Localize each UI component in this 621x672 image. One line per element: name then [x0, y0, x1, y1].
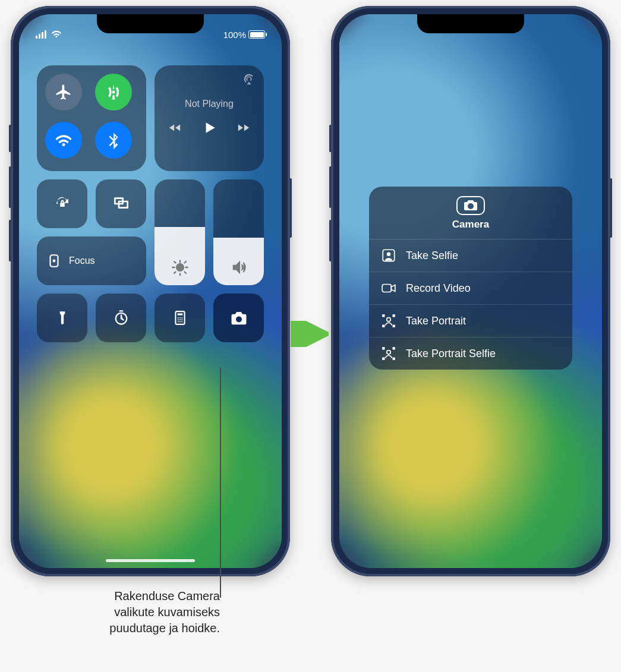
svg-point-8: [177, 319, 178, 320]
notch: [417, 14, 524, 33]
svg-rect-19: [393, 314, 395, 317]
svg-rect-18: [382, 314, 384, 317]
bluetooth-icon: [105, 131, 122, 149]
screen-mirroring-button[interactable]: [96, 179, 146, 228]
airplane-mode-toggle[interactable]: [45, 74, 82, 111]
focus-label: Focus: [69, 255, 95, 266]
camera-action-take-portrait-selfie[interactable]: Take Portrait Selfie: [369, 337, 572, 370]
brightness-slider[interactable]: [155, 179, 205, 285]
media-play-button[interactable]: [201, 120, 217, 138]
camera-action-label: Take Portrait: [406, 315, 466, 327]
orientation-lock-icon: [53, 195, 71, 213]
media-title: Not Playing: [185, 99, 234, 109]
airplane-icon: [55, 83, 72, 101]
portrait-icon: [381, 313, 396, 329]
camera-action-label: Take Selfie: [406, 250, 458, 262]
svg-rect-20: [382, 325, 384, 327]
screen-left: 100%: [19, 14, 282, 568]
timer-icon: [113, 310, 130, 326]
flashlight-icon: [55, 310, 70, 326]
phone-left-control-center: 100%: [11, 6, 290, 576]
svg-point-12: [179, 321, 180, 322]
cellular-icon: [105, 83, 122, 101]
camera-icon: [456, 196, 485, 215]
svg-rect-23: [382, 347, 384, 349]
screen-mirroring-icon: [112, 194, 131, 213]
control-center-grid: Not Playing: [37, 65, 264, 342]
focus-icon: [46, 253, 62, 269]
camera-button[interactable]: [213, 294, 264, 342]
callout-line: Rakenduse Camera: [36, 588, 220, 604]
svg-rect-24: [393, 347, 395, 349]
side-button: [329, 125, 331, 152]
svg-rect-25: [382, 358, 384, 360]
svg-point-6: [179, 317, 180, 318]
svg-point-10: [181, 319, 182, 320]
svg-point-1: [53, 260, 56, 263]
camera-menu-title: Camera: [452, 219, 489, 231]
home-indicator[interactable]: [106, 559, 195, 562]
volume-down-hw: [329, 220, 331, 261]
svg-point-13: [181, 321, 182, 322]
notch: [97, 14, 204, 33]
flashlight-button[interactable]: [37, 294, 87, 342]
camera-action-label: Take Portrait Selfie: [406, 348, 496, 360]
cellular-signal-icon: [36, 30, 46, 39]
camera-quick-actions-menu: Camera Take Selfie Record Video Take Por…: [369, 187, 572, 370]
screen-right: Camera Take Selfie Record Video Take Por…: [339, 14, 602, 568]
airplay-icon[interactable]: [242, 72, 256, 88]
volume-slider[interactable]: [213, 179, 264, 285]
power-button-hw: [610, 178, 612, 238]
callout-leader-line: [220, 367, 221, 598]
svg-rect-26: [393, 358, 395, 360]
video-icon: [381, 280, 396, 296]
battery-icon: [248, 30, 265, 39]
camera-action-take-selfie[interactable]: Take Selfie: [369, 239, 572, 272]
camera-menu-header[interactable]: Camera: [369, 187, 572, 239]
arrow-indicator: [291, 321, 329, 347]
media-next-button[interactable]: [237, 121, 250, 137]
phone-right-camera-menu: Camera Take Selfie Record Video Take Por…: [331, 6, 610, 576]
bluetooth-toggle[interactable]: [95, 122, 132, 159]
svg-rect-21: [393, 325, 395, 327]
timer-button[interactable]: [96, 294, 146, 342]
callout-line: valikute kuvamiseks: [36, 604, 220, 620]
svg-point-9: [179, 319, 180, 320]
svg-point-7: [181, 317, 182, 318]
volume-up-hw: [9, 166, 11, 208]
camera-action-take-portrait[interactable]: Take Portrait: [369, 305, 572, 337]
wifi-toggle[interactable]: [45, 122, 82, 159]
volume-up-hw: [329, 166, 331, 208]
side-button: [9, 125, 11, 152]
svg-point-16: [387, 253, 391, 257]
svg-point-22: [387, 318, 391, 322]
connectivity-module[interactable]: [37, 65, 146, 171]
battery-percent: 100%: [223, 30, 246, 40]
svg-point-11: [177, 321, 178, 322]
camera-icon: [230, 309, 248, 327]
svg-point-5: [177, 317, 178, 318]
portrait-selfie-icon: [381, 346, 396, 361]
wifi-status-icon: [51, 29, 62, 41]
volume-icon: [231, 259, 247, 276]
calculator-button[interactable]: [155, 294, 205, 342]
wifi-icon: [55, 131, 72, 149]
focus-button[interactable]: Focus: [37, 236, 146, 285]
calculator-icon: [172, 310, 188, 326]
camera-action-label: Record Video: [406, 282, 471, 295]
brightness-icon: [172, 259, 188, 276]
callout-text: Rakenduse Camera valikute kuvamiseks puu…: [36, 588, 220, 636]
svg-rect-17: [382, 285, 391, 292]
media-prev-button[interactable]: [168, 121, 181, 137]
camera-action-record-video[interactable]: Record Video: [369, 272, 572, 305]
volume-down-hw: [9, 220, 11, 261]
svg-point-27: [387, 351, 391, 355]
media-module[interactable]: Not Playing: [155, 65, 264, 171]
selfie-icon: [381, 248, 396, 263]
power-button-hw: [290, 178, 292, 238]
svg-rect-4: [177, 313, 182, 315]
cellular-data-toggle[interactable]: [95, 74, 132, 111]
orientation-lock-toggle[interactable]: [37, 179, 87, 228]
callout-line: puudutage ja hoidke.: [36, 620, 220, 636]
